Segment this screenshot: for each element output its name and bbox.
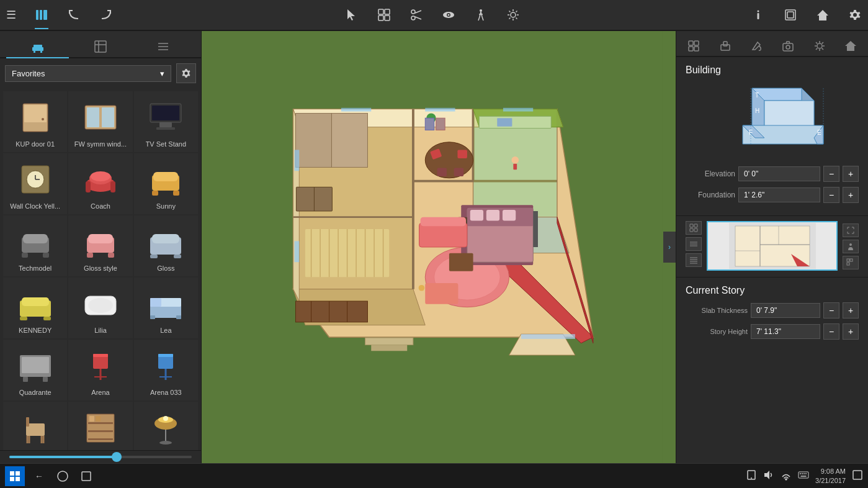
svg-point-15 [480, 9, 482, 12]
expand-btn[interactable] [843, 224, 859, 237]
redo-icon[interactable] [99, 8, 113, 22]
item-sunny[interactable]: Sunny [134, 153, 198, 214]
item-lamp[interactable]: Lamp [134, 402, 198, 450]
item-coach[interactable]: Coach [68, 153, 132, 214]
settings-top-icon[interactable] [848, 8, 862, 22]
svg-rect-195 [783, 43, 793, 51]
paint-btn[interactable] [742, 36, 771, 56]
item-arena-033[interactable]: Arena 033 [134, 340, 198, 400]
current-story-section: Current Story Slab Thickness 0' 7.9" − +… [676, 278, 868, 352]
svg-rect-191 [689, 47, 693, 51]
info-top-icon[interactable] [751, 8, 765, 22]
elevation-increase-btn[interactable]: + [843, 166, 859, 182]
group-icon[interactable] [377, 8, 391, 22]
walk-icon[interactable] [474, 8, 488, 22]
home-top-icon[interactable] [816, 8, 830, 22]
favorites-settings-btn[interactable] [176, 63, 196, 83]
network-icon[interactable] [781, 469, 792, 482]
search-circle-button[interactable] [53, 467, 72, 486]
export-icon[interactable] [784, 8, 797, 22]
detail-view-btn[interactable] [686, 253, 702, 267]
select-icon[interactable] [345, 8, 359, 22]
tablet-mode-icon[interactable] [746, 469, 757, 482]
keyboard-icon[interactable] [798, 469, 809, 482]
svg-rect-63 [152, 191, 158, 196]
item-quadrante[interactable]: Quadrante [3, 340, 67, 400]
svg-point-16 [511, 12, 516, 17]
list-tab[interactable] [132, 36, 195, 57]
view-icon[interactable] [442, 8, 455, 22]
foundation-increase-btn[interactable]: + [843, 187, 859, 203]
item-kennedy[interactable]: KENNEDY [3, 278, 67, 338]
svg-rect-109 [88, 438, 113, 440]
story-height-increase-btn[interactable]: + [843, 323, 859, 340]
draw-tab[interactable] [69, 36, 132, 57]
item-kup-door-01[interactable]: KUP door 01 [3, 91, 67, 152]
item-wall-clock[interactable]: Wall Clock Yell... [3, 153, 67, 214]
item-techmodel[interactable]: Techmodel [3, 215, 67, 276]
svg-rect-51 [156, 127, 175, 130]
slab-thickness-value[interactable]: 0' 7.9" [751, 303, 820, 318]
build-mode-btn[interactable] [679, 36, 708, 56]
svg-rect-75 [150, 255, 158, 258]
svg-rect-71 [87, 253, 93, 258]
sun-icon[interactable] [506, 8, 520, 22]
item-arena[interactable]: Arena [68, 340, 132, 400]
svg-rect-175 [503, 108, 533, 112]
grid3-btn[interactable] [843, 256, 859, 269]
svg-rect-66 [23, 234, 48, 243]
story-height-decrease-btn[interactable]: − [823, 323, 839, 340]
item-lea[interactable]: Lea [134, 278, 198, 338]
size-slider-thumb[interactable] [112, 452, 122, 462]
notification-button[interactable] [852, 469, 863, 482]
svg-rect-168 [513, 164, 517, 170]
grid-view-btn[interactable] [686, 221, 702, 235]
foundation-value[interactable]: 1' 2.6" [738, 188, 820, 202]
elevation-decrease-btn[interactable]: − [823, 166, 839, 182]
item-tv-set-stand[interactable]: TV Set Stand [134, 91, 198, 152]
item-fw-symm-wind[interactable]: FW symm wind... [68, 91, 132, 152]
time-display: 9:08 AM [815, 467, 846, 476]
svg-rect-150 [437, 168, 447, 176]
minimap-image[interactable] [707, 221, 838, 271]
back-button[interactable]: ← [30, 467, 48, 486]
slab-increase-btn[interactable]: + [843, 302, 859, 319]
stamp-btn[interactable] [711, 36, 740, 56]
windows-button[interactable] [77, 467, 96, 486]
story-height-value[interactable]: 7' 11.3" [751, 324, 820, 339]
foundation-decrease-btn[interactable]: − [823, 187, 839, 203]
right-panel-tools [676, 31, 868, 57]
center-canvas[interactable]: › [202, 31, 676, 463]
favorites-dropdown[interactable]: Favorites ▾ [5, 65, 171, 82]
slab-decrease-btn[interactable]: − [823, 302, 839, 319]
svg-point-25 [758, 11, 759, 12]
svg-text:E: E [817, 129, 821, 136]
item-shelf[interactable]: Shelf [68, 402, 132, 450]
svg-line-202 [816, 42, 817, 43]
slab-thickness-row: Slab Thickness 0' 7.9" − + [686, 302, 859, 319]
house-mode-btn[interactable] [836, 36, 865, 56]
volume-icon[interactable] [763, 469, 774, 482]
person-btn[interactable] [843, 240, 859, 253]
menu-icon[interactable]: ☰ [6, 8, 16, 22]
collapse-right-btn[interactable]: › [663, 232, 676, 263]
undo-icon[interactable] [67, 8, 81, 22]
furniture-tab[interactable] [6, 36, 69, 57]
elevation-value[interactable]: 0' 0" [738, 166, 820, 181]
svg-line-204 [821, 42, 823, 43]
item-gloss[interactable]: Gloss [134, 215, 198, 276]
item-gloss-style[interactable]: Gloss style [68, 215, 132, 276]
svg-rect-242 [10, 471, 14, 476]
svg-rect-67 [22, 253, 28, 258]
library-icon[interactable] [35, 8, 48, 22]
taskbar-system: 9:08 AM 3/21/2017 [746, 467, 863, 485]
svg-rect-158 [503, 210, 516, 220]
scissors-icon[interactable] [409, 8, 423, 22]
light-btn[interactable] [805, 36, 834, 56]
item-lilia[interactable]: Lilia [68, 278, 132, 338]
camera-btn[interactable] [774, 36, 802, 56]
taskbar-nav: ← [30, 467, 96, 486]
list-view-btn[interactable] [686, 237, 702, 251]
start-button[interactable] [5, 466, 25, 486]
item-wood-chair[interactable]: Wood Chair [3, 402, 67, 450]
